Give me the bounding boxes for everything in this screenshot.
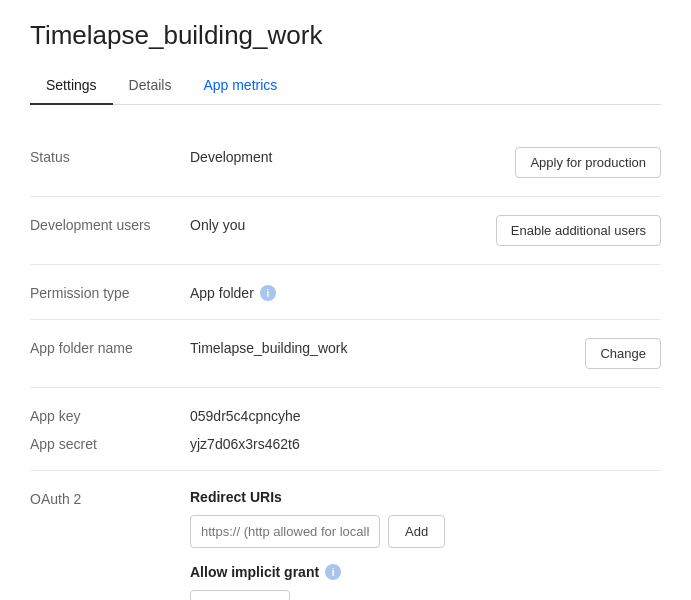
change-folder-name-button[interactable]: Change xyxy=(585,338,661,369)
tabs-container: Settings Details App metrics xyxy=(30,67,661,105)
allow-implicit-text: Allow implicit grant xyxy=(190,564,319,580)
allow-implicit-select[interactable]: Allow Disallow xyxy=(190,590,290,600)
allow-implicit-grant-label: Allow implicit grant i xyxy=(190,564,445,580)
status-content: Development Apply for production xyxy=(190,147,661,178)
status-actions: Apply for production xyxy=(515,147,661,178)
app-key-label: App key xyxy=(30,406,190,424)
app-folder-name-content: Timelapse_building_work Change xyxy=(190,338,661,369)
dev-users-row: Development users Only you Enable additi… xyxy=(30,197,661,265)
app-key-secret-row: App key 059dr5c4cpncyhe App secret yjz7d… xyxy=(30,388,661,471)
oauth2-label: OAuth 2 xyxy=(30,489,190,507)
apply-for-production-button[interactable]: Apply for production xyxy=(515,147,661,178)
permission-type-content: App folder i xyxy=(190,283,661,301)
tab-details[interactable]: Details xyxy=(113,67,188,105)
permission-type-row: Permission type App folder i xyxy=(30,265,661,320)
dev-users-label: Development users xyxy=(30,215,190,233)
redirect-input-row: Add xyxy=(190,515,445,548)
app-secret-label: App secret xyxy=(30,434,190,452)
oauth2-content: Redirect URIs Add Allow implicit grant i… xyxy=(190,489,661,600)
dev-users-content: Only you Enable additional users xyxy=(190,215,661,246)
status-row: Status Development Apply for production xyxy=(30,129,661,197)
add-redirect-uri-button[interactable]: Add xyxy=(388,515,445,548)
settings-table: Status Development Apply for production … xyxy=(30,129,661,600)
page-title: Timelapse_building_work xyxy=(30,20,661,51)
app-key-value: 059dr5c4cpncyhe xyxy=(190,406,301,424)
permission-type-info-icon[interactable]: i xyxy=(260,285,276,301)
app-folder-name-actions: Change xyxy=(585,338,661,369)
app-secret-value: yjz7d06x3rs462t6 xyxy=(190,434,300,452)
dev-users-value: Only you xyxy=(190,215,245,233)
app-folder-name-value: Timelapse_building_work xyxy=(190,338,347,356)
redirect-uris-label: Redirect URIs xyxy=(190,489,445,505)
permission-type-text: App folder xyxy=(190,285,254,301)
permission-type-value: App folder i xyxy=(190,283,276,301)
tab-app-metrics[interactable]: App metrics xyxy=(187,67,293,105)
allow-implicit-info-icon[interactable]: i xyxy=(325,564,341,580)
oauth2-row: OAuth 2 Redirect URIs Add Allow implicit… xyxy=(30,471,661,600)
tab-settings[interactable]: Settings xyxy=(30,67,113,105)
app-folder-name-row: App folder name Timelapse_building_work … xyxy=(30,320,661,388)
app-folder-name-label: App folder name xyxy=(30,338,190,356)
permission-type-label: Permission type xyxy=(30,283,190,301)
oauth2-section: Redirect URIs Add Allow implicit grant i… xyxy=(190,489,445,600)
allow-implicit-select-wrapper: Allow Disallow ▼ xyxy=(190,590,445,600)
status-value: Development xyxy=(190,147,273,165)
redirect-uri-input[interactable] xyxy=(190,515,380,548)
status-label: Status xyxy=(30,147,190,165)
dev-users-actions: Enable additional users xyxy=(496,215,661,246)
enable-additional-users-button[interactable]: Enable additional users xyxy=(496,215,661,246)
